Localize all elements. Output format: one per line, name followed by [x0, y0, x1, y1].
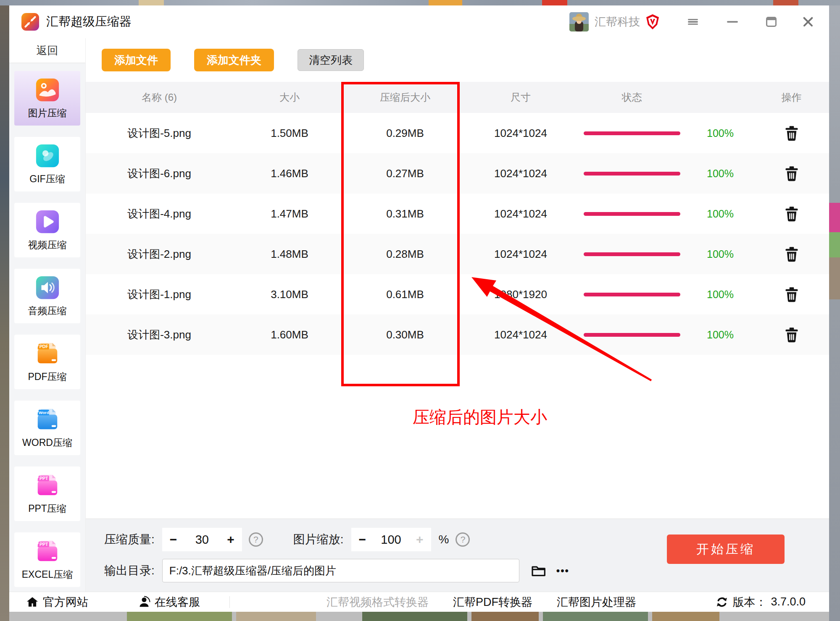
desktop-thumbnail: [236, 612, 316, 621]
add-folder-button[interactable]: 添加文件夹: [194, 49, 274, 71]
delete-row-button[interactable]: [754, 287, 829, 302]
delete-row-button[interactable]: [754, 126, 829, 141]
scale-group: 图片缩放: − 100 + % ?: [293, 528, 470, 551]
sidebar-item-audio-compress[interactable]: 音频压缩: [14, 269, 80, 323]
sidebar-item-pdf-compress[interactable]: PDF PDF压缩: [14, 335, 80, 389]
desktop-icon-fragment: [829, 232, 840, 257]
footer-divider: [229, 596, 230, 608]
percent-sign: %: [439, 533, 449, 546]
sidebar-items: 图片压缩 GIF压缩: [9, 63, 85, 587]
customer-service-icon: [138, 596, 150, 608]
account-name[interactable]: 汇帮科技: [595, 14, 640, 29]
delete-row-button[interactable]: [754, 327, 829, 343]
delete-row-button[interactable]: [754, 246, 829, 262]
file-dims: 1024*1024: [464, 248, 577, 261]
word-compress-icon: Word: [34, 406, 61, 432]
trash-icon: [785, 246, 798, 262]
ppt-badge-label: PPT: [39, 476, 48, 481]
sidebar-item-video-compress[interactable]: 视频压缩: [14, 203, 80, 257]
desktop-thumbnail: [471, 612, 539, 621]
menu-icon[interactable]: [685, 13, 701, 30]
more-options-button[interactable]: •••: [556, 565, 569, 576]
video-compress-icon: [34, 209, 61, 235]
progress-bar: [577, 131, 687, 135]
scale-minus-button[interactable]: −: [359, 532, 366, 547]
scale-value: 100: [381, 533, 401, 547]
compressed-size: 0.29MB: [346, 127, 464, 140]
sidebar-item-label: 视频压缩: [28, 238, 67, 252]
image-processor-link[interactable]: 汇帮图片处理器: [557, 595, 636, 610]
start-compress-button[interactable]: 开始压缩: [667, 535, 785, 564]
desktop-thumbnail: [362, 612, 467, 621]
col-header-dims: 尺寸: [464, 91, 577, 104]
scale-plus-button[interactable]: +: [416, 532, 424, 547]
excel-compress-icon: PPT: [34, 538, 61, 564]
compressed-size: 0.27MB: [346, 167, 464, 180]
output-dir-input[interactable]: [162, 559, 519, 582]
delete-row-button[interactable]: [754, 166, 829, 181]
sidebar-item-label: PPT压缩: [28, 502, 66, 515]
col-header-status: 状态: [577, 91, 687, 104]
sidebar-item-ppt-compress[interactable]: PPT PPT压缩: [14, 466, 80, 521]
sidebar-item-gif-compress[interactable]: GIF压缩: [14, 137, 80, 191]
sidebar-item-word-compress[interactable]: Word WORD压缩: [14, 401, 80, 455]
table-body: 设计图-5.png 1.50MB 0.29MB 1024*1024 100%: [86, 113, 829, 355]
sidebar-item-excel-compress[interactable]: PPT EXCEL压缩: [14, 532, 80, 587]
refresh-icon[interactable]: [716, 596, 728, 608]
quality-minus-button[interactable]: −: [170, 532, 177, 547]
quality-plus-button[interactable]: +: [227, 532, 234, 547]
maximize-icon[interactable]: [763, 13, 779, 30]
official-website-link[interactable]: 官方网站: [26, 595, 88, 610]
desktop-thumbnail: [127, 612, 232, 621]
settings-panel: 压缩质量: − 30 + ? 图片缩放: − 100 +: [86, 519, 829, 592]
sidebar-item-label: PDF压缩: [28, 370, 67, 383]
compressed-size: 0.61MB: [346, 288, 464, 301]
quality-label: 压缩质量:: [104, 532, 155, 548]
vip-badge-icon[interactable]: [645, 13, 660, 30]
online-support-link[interactable]: 在线客服: [138, 595, 200, 610]
table-row: 设计图-2.png 1.48MB 0.28MB 1024*1024 100%: [86, 234, 829, 274]
trash-icon: [785, 287, 798, 302]
avatar-image: [569, 12, 589, 31]
file-dims: 1080*1920: [464, 288, 577, 301]
pdf-converter-link[interactable]: 汇帮PDF转换器: [453, 595, 532, 610]
file-name: 设计图-5.png: [86, 126, 233, 141]
official-website-label: 官方网站: [43, 595, 88, 610]
online-support-label: 在线客服: [155, 595, 200, 610]
home-icon: [26, 596, 39, 608]
clear-list-button[interactable]: 清空列表: [298, 49, 364, 71]
compressed-size: 0.31MB: [346, 207, 464, 220]
desktop-icon-fragment: [773, 0, 798, 5]
toolbar: 添加文件 添加文件夹 清空列表: [86, 38, 829, 82]
add-file-button[interactable]: 添加文件: [102, 49, 171, 71]
progress-percent: 100%: [687, 248, 754, 260]
file-name: 设计图-6.png: [86, 166, 233, 181]
file-size: 1.48MB: [233, 248, 346, 261]
sidebar-item-image-compress[interactable]: 图片压缩: [14, 71, 80, 126]
footer: 官方网站 在线客服 汇帮视频格式转换器 汇帮PDF转换器 汇帮图片处理器 版本：…: [9, 592, 829, 612]
user-avatar[interactable]: [569, 12, 589, 31]
delete-row-button[interactable]: [754, 206, 829, 222]
progress-percent: 100%: [687, 329, 754, 341]
desktop-thumbnail: [652, 612, 719, 621]
browse-folder-button[interactable]: [531, 564, 546, 577]
output-dir-label: 输出目录:: [104, 563, 155, 579]
version-label: 版本：: [732, 595, 766, 610]
file-size: 1.46MB: [233, 167, 346, 180]
scale-help-icon[interactable]: ?: [456, 532, 470, 547]
ppt-compress-icon: PPT: [34, 472, 61, 498]
quality-help-icon[interactable]: ?: [249, 532, 263, 547]
close-icon[interactable]: [800, 13, 816, 30]
progress-bar: [577, 333, 687, 337]
scale-stepper: − 100 +: [351, 528, 431, 551]
back-button[interactable]: 返回: [9, 38, 85, 63]
progress-percent: 100%: [687, 208, 754, 220]
video-converter-link[interactable]: 汇帮视频格式转换器: [327, 595, 429, 610]
pdf-compress-icon: PDF: [34, 341, 61, 367]
col-header-action: 操作: [754, 91, 829, 104]
desktop-icon-fragment: [139, 0, 164, 5]
table-row: 设计图-3.png 1.60MB 0.30MB 1024*1024 100%: [86, 314, 829, 355]
desktop-left-strip: [0, 5, 9, 621]
minimize-icon[interactable]: [724, 13, 741, 30]
scale-label: 图片缩放:: [293, 532, 344, 548]
